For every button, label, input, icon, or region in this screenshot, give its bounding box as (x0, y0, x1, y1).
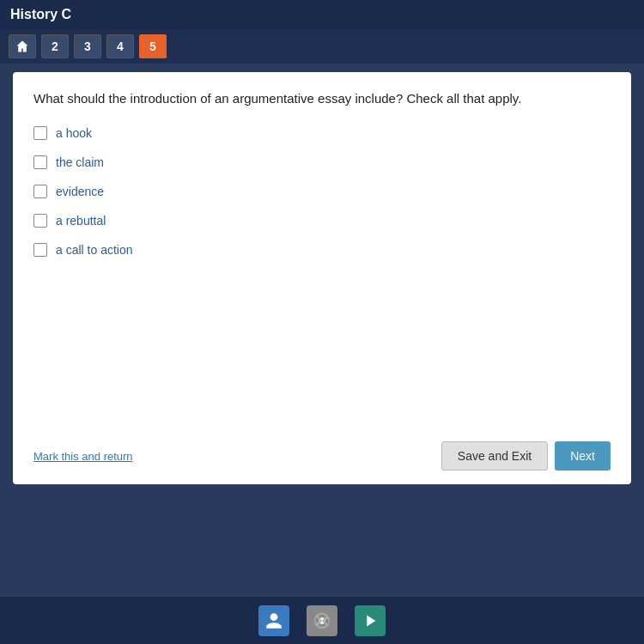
taskbar-user-icon[interactable] (258, 605, 289, 636)
taskbar-chrome-icon[interactable] (307, 605, 337, 636)
question-text: What should the introduction of an argum… (33, 89, 611, 109)
quiz-container: What should the introduction of an argum… (13, 72, 631, 484)
tab-3[interactable]: 3 (74, 34, 101, 58)
answer-label-1: a hook (56, 126, 92, 140)
mark-return-link[interactable]: Mark this and return (33, 450, 133, 463)
checkbox-4[interactable] (33, 214, 47, 228)
action-bar: Mark this and return Save and Exit Next (33, 428, 611, 471)
checkbox-1[interactable] (33, 126, 47, 140)
answer-option-1[interactable]: a hook (33, 126, 611, 140)
app-title: History C (10, 7, 71, 22)
tab-5[interactable]: 5 (139, 34, 167, 58)
tab-home[interactable] (9, 34, 36, 58)
tabs-row: 2 3 4 5 (0, 29, 644, 64)
answer-option-5[interactable]: a call to action (33, 243, 611, 257)
answer-label-3: evidence (56, 185, 104, 198)
save-exit-button[interactable]: Save and Exit (441, 441, 548, 471)
answer-label-2: the claim (56, 155, 104, 169)
checkbox-2[interactable] (33, 155, 47, 169)
tab-4[interactable]: 4 (106, 34, 134, 58)
taskbar-play-icon[interactable] (355, 605, 386, 636)
checkbox-5[interactable] (33, 243, 47, 257)
answer-label-5: a call to action (56, 243, 133, 257)
tab-2[interactable]: 2 (41, 34, 69, 58)
answer-option-2[interactable]: the claim (33, 155, 611, 169)
checkbox-3[interactable] (33, 185, 47, 198)
action-buttons: Save and Exit Next (441, 441, 611, 471)
answer-label-4: a rebuttal (56, 214, 106, 228)
next-button[interactable]: Next (555, 441, 611, 471)
top-bar: History C (0, 0, 644, 29)
taskbar (0, 597, 644, 644)
answer-option-4[interactable]: a rebuttal (33, 214, 611, 228)
answer-option-3[interactable]: evidence (33, 185, 611, 198)
